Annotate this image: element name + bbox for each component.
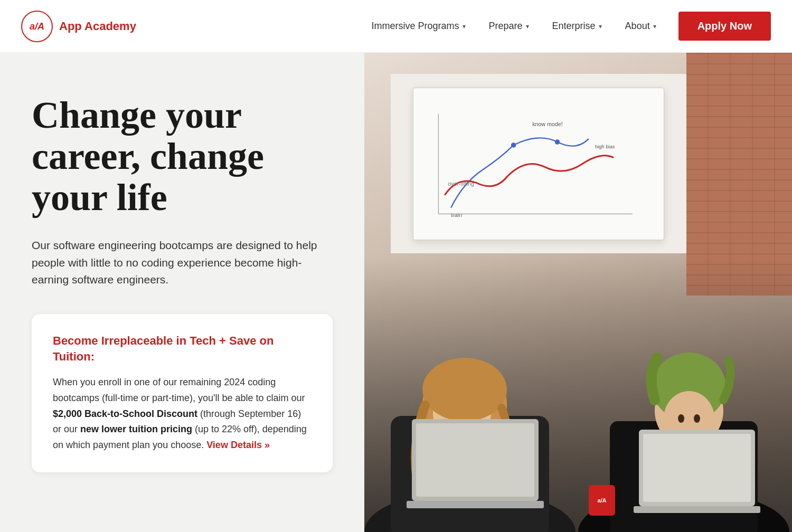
hero-image-right: know mode! over-fitting high bias train	[364, 53, 792, 532]
nav-label-enterprise: Enterprise	[552, 21, 596, 32]
nav-label-about: About	[625, 21, 650, 32]
nav-item-prepare[interactable]: Prepare ▾	[479, 16, 539, 36]
app-academy-cup: a/A	[586, 482, 618, 521]
laptop-left	[407, 419, 554, 516]
nav-label-immersive: Immersive Programs	[371, 21, 459, 32]
svg-point-22	[694, 414, 700, 423]
promo-bold-1: $2,000 Back-to-School Discount	[53, 408, 197, 419]
whiteboard-area: know mode! over-fitting high bias train	[391, 74, 686, 253]
svg-text:train: train	[451, 212, 462, 218]
promo-body-text-1: When you enroll in one of our remaining …	[53, 377, 305, 403]
nav-item-immersive-programs[interactable]: Immersive Programs ▾	[362, 16, 475, 36]
promo-bold-2: new lower tuition pricing	[80, 424, 192, 434]
svg-rect-24	[416, 423, 534, 497]
logo-name: App Academy	[59, 20, 136, 33]
promo-card-title: Become Irreplaceable in Tech + Save on T…	[53, 333, 312, 364]
whiteboard: know mode! over-fitting high bias train	[413, 88, 664, 240]
svg-point-21	[678, 414, 684, 423]
nav-item-enterprise[interactable]: Enterprise ▾	[543, 16, 611, 36]
nav-label-prepare: Prepare	[489, 21, 523, 32]
svg-text:know mode!: know mode!	[532, 121, 562, 127]
hero-content-left: Change your career, change your life Our…	[0, 53, 364, 532]
svg-rect-27	[643, 434, 751, 502]
nav-links: Immersive Programs ▾ Prepare ▾ Enterpris…	[362, 12, 771, 41]
promo-card: Become Irreplaceable in Tech + Save on T…	[32, 314, 333, 472]
svg-point-0	[511, 142, 516, 147]
hero-subtext: Our software engineering bootcamps are d…	[32, 237, 327, 289]
promo-card-body: When you enroll in one of our remaining …	[53, 375, 312, 453]
nav-item-about[interactable]: About ▾	[616, 16, 666, 36]
hero-section: Change your career, change your life Our…	[0, 53, 792, 532]
view-details-link[interactable]: View Details »	[206, 440, 270, 450]
svg-text:high bias: high bias	[595, 143, 615, 149]
chevron-down-icon: ▾	[653, 23, 656, 30]
svg-rect-25	[407, 501, 544, 508]
laptop-right	[634, 430, 771, 521]
hero-background: know mode! over-fitting high bias train	[364, 53, 792, 532]
chevron-down-icon: ▾	[463, 23, 466, 30]
svg-text:a/A: a/A	[597, 497, 606, 504]
chevron-down-icon: ▾	[599, 23, 602, 30]
logo-icon-text: a/A	[30, 22, 44, 31]
svg-point-15	[422, 358, 507, 421]
apply-now-button[interactable]: Apply Now	[678, 12, 771, 41]
hero-headline: Change your career, change your life	[32, 95, 333, 218]
svg-point-1	[555, 139, 560, 144]
logo[interactable]: a/A App Academy	[21, 11, 136, 42]
chevron-down-icon: ▾	[526, 23, 529, 30]
svg-text:over-fitting: over-fitting	[448, 180, 474, 186]
logo-circle: a/A	[21, 11, 53, 42]
svg-rect-28	[634, 506, 760, 513]
navbar: a/A App Academy Immersive Programs ▾ Pre…	[0, 0, 792, 53]
